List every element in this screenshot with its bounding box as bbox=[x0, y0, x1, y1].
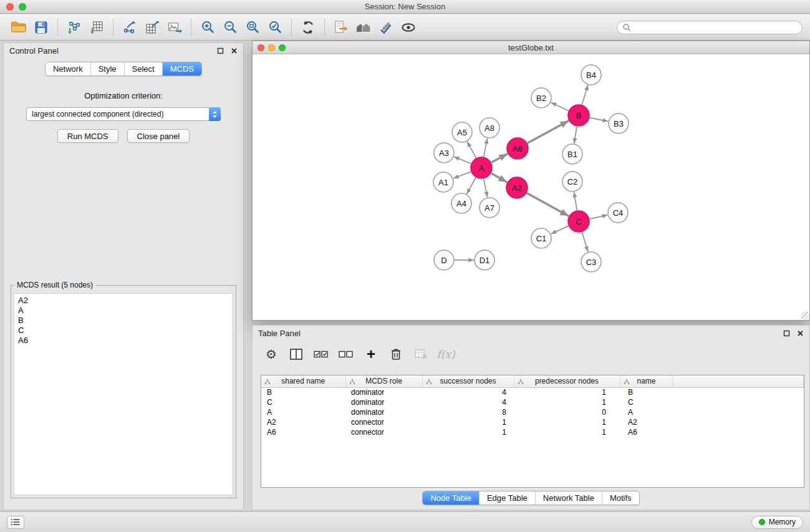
memory-button[interactable]: Memory bbox=[751, 516, 803, 529]
node-A2[interactable]: A2 bbox=[506, 177, 528, 198]
web-export-icon[interactable] bbox=[330, 17, 352, 37]
node-A1[interactable]: A1 bbox=[433, 172, 453, 192]
table-tab-edge-table[interactable]: Edge Table bbox=[479, 491, 535, 505]
table-header-row[interactable]: shared nameMCDS rolesuccessor nodesprede… bbox=[261, 375, 804, 387]
table-cell[interactable]: 4 bbox=[422, 387, 514, 397]
zoom-selected-icon[interactable] bbox=[264, 17, 286, 37]
table-cell[interactable]: 1 bbox=[514, 417, 620, 427]
table-tab-motifs[interactable]: Motifs bbox=[602, 491, 639, 505]
table-cell[interactable]: C bbox=[261, 397, 345, 407]
zoom-window-button[interactable] bbox=[19, 3, 26, 11]
table-tab-node-table[interactable]: Node Table bbox=[423, 491, 479, 505]
table-cell[interactable]: 4 bbox=[422, 397, 514, 407]
edge-A-A6[interactable] bbox=[491, 154, 508, 163]
close-table-panel-icon[interactable] bbox=[796, 329, 804, 337]
control-tab-mcds[interactable]: MCDS bbox=[162, 62, 201, 75]
node-A7[interactable]: A7 bbox=[480, 198, 499, 218]
table-row[interactable]: A6connector11A6 bbox=[261, 427, 804, 437]
edge-A6-B[interactable] bbox=[528, 121, 569, 143]
table-cell[interactable]: connector bbox=[345, 417, 422, 427]
zoom-in-icon[interactable] bbox=[196, 17, 219, 37]
node-D1[interactable]: D1 bbox=[475, 250, 494, 270]
control-tab-style[interactable]: Style bbox=[90, 62, 124, 75]
task-history-button[interactable] bbox=[7, 516, 24, 529]
select-mode-icon[interactable] bbox=[375, 17, 397, 37]
table-cell[interactable]: 8 bbox=[422, 407, 514, 417]
control-tab-select[interactable]: Select bbox=[124, 62, 162, 75]
column-header[interactable]: shared name bbox=[261, 375, 345, 387]
column-header[interactable]: predecessor nodes bbox=[514, 375, 620, 387]
table-cell[interactable]: 1 bbox=[422, 427, 514, 437]
edge-B-B2[interactable] bbox=[551, 102, 568, 110]
node-B1[interactable]: B1 bbox=[562, 144, 582, 164]
control-tab-network[interactable]: Network bbox=[46, 62, 90, 75]
table-cell[interactable]: C bbox=[620, 397, 673, 407]
table-row[interactable]: Cdominator41C bbox=[261, 397, 804, 407]
network-window-titlebar[interactable]: testGlobe.txt bbox=[253, 41, 809, 54]
network-minimize-button[interactable] bbox=[268, 44, 275, 51]
table-cell[interactable]: 1 bbox=[514, 387, 620, 397]
show-columns-icon[interactable] bbox=[287, 346, 305, 362]
save-session-icon[interactable] bbox=[30, 17, 52, 37]
edge-A-A5[interactable] bbox=[467, 142, 476, 158]
table-row[interactable]: A2connector11A2 bbox=[261, 417, 804, 427]
table-cell[interactable]: dominator bbox=[345, 387, 422, 397]
add-column-icon[interactable]: + bbox=[362, 346, 380, 362]
network-close-button[interactable] bbox=[258, 44, 264, 51]
zoom-fit-icon[interactable] bbox=[241, 17, 264, 37]
browser-home-icon[interactable] bbox=[352, 17, 375, 37]
node-D[interactable]: D bbox=[434, 250, 454, 270]
close-window-button[interactable] bbox=[6, 3, 14, 11]
close-panel-button[interactable]: Close panel bbox=[127, 129, 190, 143]
node-A3[interactable]: A3 bbox=[434, 143, 454, 163]
node-table[interactable]: shared nameMCDS rolesuccessor nodesprede… bbox=[261, 375, 804, 488]
deselect-all-icon[interactable] bbox=[337, 346, 355, 362]
table-cell[interactable]: connector bbox=[345, 427, 422, 437]
node-C1[interactable]: C1 bbox=[531, 228, 551, 248]
edge-C-C3[interactable] bbox=[582, 232, 588, 252]
table-cell[interactable]: A2 bbox=[620, 417, 673, 427]
edge-B-B1[interactable] bbox=[574, 127, 577, 143]
delete-table-icon[interactable] bbox=[412, 346, 430, 362]
table-cell[interactable]: 1 bbox=[422, 417, 514, 427]
edge-A-A4[interactable] bbox=[466, 178, 476, 195]
node-A[interactable]: A bbox=[471, 157, 492, 178]
node-C3[interactable]: C3 bbox=[581, 252, 601, 272]
table-tab-network-table[interactable]: Network Table bbox=[535, 491, 602, 505]
open-session-icon[interactable] bbox=[7, 17, 30, 37]
table-row[interactable]: Bdominator41B bbox=[261, 387, 804, 397]
edge-A-A2[interactable] bbox=[491, 173, 508, 182]
edge-B-B3[interactable] bbox=[590, 118, 609, 122]
table-cell[interactable]: A bbox=[620, 407, 673, 417]
table-cell[interactable]: dominator bbox=[345, 407, 422, 417]
table-cell[interactable]: B bbox=[261, 387, 345, 397]
function-builder-button[interactable]: f(x) bbox=[437, 346, 455, 362]
node-A8[interactable]: A8 bbox=[480, 118, 499, 138]
run-mcds-button[interactable]: Run MCDS bbox=[57, 129, 118, 143]
table-cell[interactable]: 1 bbox=[514, 397, 620, 407]
zoom-out-icon[interactable] bbox=[219, 17, 241, 37]
apply-layout-icon[interactable] bbox=[297, 17, 319, 37]
mcds-result-item[interactable]: A2 bbox=[18, 296, 229, 306]
criterion-dropdown[interactable]: largest connected component (directed) bbox=[26, 107, 221, 121]
network-canvas[interactable]: B4B2BB3A5A8A6B1A3AC2A1A2A4A7C4CC1C3DD1 bbox=[253, 54, 809, 320]
float-table-panel-icon[interactable] bbox=[783, 329, 790, 337]
mcds-result-item[interactable]: C bbox=[18, 326, 229, 336]
mcds-result-item[interactable]: A bbox=[18, 306, 229, 316]
table-mode-icon[interactable]: ⚙ bbox=[263, 346, 280, 362]
node-A5[interactable]: A5 bbox=[452, 122, 472, 142]
edge-B-B4[interactable] bbox=[582, 85, 588, 105]
mcds-result-item[interactable]: A6 bbox=[18, 336, 229, 346]
table-cell[interactable]: B bbox=[620, 387, 673, 397]
search-input[interactable] bbox=[634, 23, 797, 32]
edge-A-A7[interactable] bbox=[484, 179, 488, 198]
edge-A2-C[interactable] bbox=[527, 193, 569, 216]
node-C2[interactable]: C2 bbox=[562, 172, 582, 191]
table-cell[interactable]: dominator bbox=[345, 397, 422, 407]
close-panel-icon[interactable] bbox=[230, 47, 238, 54]
node-B4[interactable]: B4 bbox=[581, 65, 601, 85]
edge-C-C4[interactable] bbox=[590, 215, 608, 219]
edge-A-A8[interactable] bbox=[484, 138, 488, 157]
node-A6[interactable]: A6 bbox=[507, 138, 528, 159]
delete-column-icon[interactable] bbox=[387, 346, 405, 362]
